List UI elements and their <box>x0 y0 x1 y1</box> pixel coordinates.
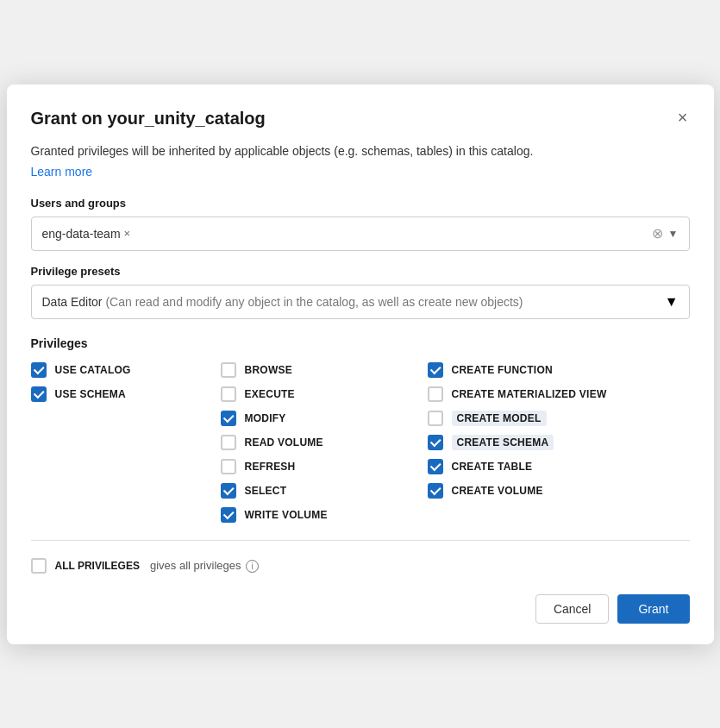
label-create-table: CREATE TABLE <box>452 461 533 473</box>
users-section: Users and groups eng-data-team × ⊗ ▼ <box>31 197 690 251</box>
users-dropdown-button[interactable]: ▼ <box>668 228 679 240</box>
privileges-col-3: CREATE FUNCTION CREATE MATERIALIZED VIEW… <box>428 362 690 523</box>
users-input-field[interactable]: eng-data-team × ⊗ ▼ <box>31 217 690 251</box>
label-refresh: REFRESH <box>245 461 296 473</box>
privileges-section: Privileges USE CATALOG USE SCHEMA BROWSE <box>31 336 690 523</box>
users-label: Users and groups <box>31 197 690 210</box>
checkbox-use-schema[interactable] <box>31 386 47 402</box>
label-modify: MODIFY <box>245 412 286 424</box>
privileges-col-2: BROWSE EXECUTE MODIFY READ VOLUME REFRES… <box>221 362 428 523</box>
label-create-model: CREATE MODEL <box>452 411 547 426</box>
preset-dropdown[interactable]: Data Editor (Can read and modify any obj… <box>31 285 690 319</box>
priv-browse: BROWSE <box>221 362 428 378</box>
checkbox-modify[interactable] <box>221 411 236 426</box>
label-execute: EXECUTE <box>245 388 295 400</box>
checkbox-create-model[interactable] <box>428 411 443 426</box>
dialog-header: Grant on your_unity_catalog × <box>31 109 690 129</box>
preset-value: Data Editor (Can read and modify any obj… <box>42 295 523 309</box>
label-create-function: CREATE FUNCTION <box>452 364 553 376</box>
close-button[interactable]: × <box>676 107 690 128</box>
user-tag: eng-data-team × <box>42 227 131 241</box>
priv-create-table: CREATE TABLE <box>428 459 690 474</box>
checkbox-create-table[interactable] <box>428 459 443 474</box>
priv-modify: MODIFY <box>221 411 428 426</box>
label-create-volume: CREATE VOLUME <box>452 485 543 497</box>
checkbox-create-schema[interactable] <box>428 435 443 450</box>
label-create-schema: CREATE SCHEMA <box>452 435 554 450</box>
label-create-materialized-view: CREATE MATERIALIZED VIEW <box>452 388 607 400</box>
priv-create-function: CREATE FUNCTION <box>428 362 690 378</box>
checkbox-read-volume[interactable] <box>221 435 236 450</box>
learn-more-link[interactable]: Learn more <box>31 165 93 179</box>
users-tags: eng-data-team × <box>42 227 652 241</box>
checkbox-create-volume[interactable] <box>428 483 443 499</box>
priv-execute: EXECUTE <box>221 386 428 402</box>
priv-create-materialized-view: CREATE MATERIALIZED VIEW <box>428 386 690 402</box>
priv-read-volume: READ VOLUME <box>221 435 428 450</box>
info-icon[interactable]: i <box>246 560 259 573</box>
dialog-description: Granted privileges will be inherited by … <box>31 142 690 160</box>
dialog-title: Grant on your_unity_catalog <box>31 109 266 129</box>
all-privileges-row: ALL PRIVILEGES gives all privileges i <box>31 558 690 574</box>
privileges-col-1: USE CATALOG USE SCHEMA <box>31 362 221 523</box>
label-use-schema: USE SCHEMA <box>55 388 126 400</box>
priv-write-volume: WRITE VOLUME <box>221 507 428 523</box>
priv-select: SELECT <box>221 483 428 499</box>
checkbox-create-function[interactable] <box>428 362 443 378</box>
all-privileges-label: ALL PRIVILEGES <box>55 560 140 572</box>
divider <box>31 540 690 541</box>
presets-section: Privilege presets Data Editor (Can read … <box>31 265 690 319</box>
checkbox-use-catalog[interactable] <box>31 362 47 378</box>
users-input-controls: ⊗ ▼ <box>652 225 679 242</box>
tag-remove-button[interactable]: × <box>124 227 131 240</box>
priv-refresh: REFRESH <box>221 459 428 474</box>
grant-dialog: Grant on your_unity_catalog × Granted pr… <box>7 85 714 644</box>
preset-desc: (Can read and modify any object in the c… <box>103 295 523 309</box>
label-read-volume: READ VOLUME <box>245 436 323 449</box>
checkbox-execute[interactable] <box>221 386 236 402</box>
preset-name: Data Editor <box>42 295 103 309</box>
priv-create-volume: CREATE VOLUME <box>428 483 690 499</box>
checkbox-write-volume[interactable] <box>221 507 236 523</box>
checkbox-select[interactable] <box>221 483 236 499</box>
tag-value: eng-data-team <box>42 227 121 241</box>
cancel-button[interactable]: Cancel <box>535 594 610 624</box>
priv-use-schema: USE SCHEMA <box>31 386 221 402</box>
checkbox-create-materialized-view[interactable] <box>428 386 443 402</box>
label-write-volume: WRITE VOLUME <box>245 509 328 521</box>
checkbox-all-privileges[interactable] <box>31 558 47 574</box>
label-browse: BROWSE <box>245 364 292 376</box>
label-select: SELECT <box>245 485 287 497</box>
privileges-grid: USE CATALOG USE SCHEMA BROWSE EXECUTE <box>31 362 690 523</box>
priv-use-catalog: USE CATALOG <box>31 362 221 378</box>
checkbox-refresh[interactable] <box>221 459 236 474</box>
preset-chevron-icon: ▼ <box>665 294 679 310</box>
label-use-catalog: USE CATALOG <box>55 364 131 376</box>
checkbox-browse[interactable] <box>221 362 236 378</box>
priv-create-model: CREATE MODEL <box>428 411 690 426</box>
presets-label: Privilege presets <box>31 265 690 278</box>
grant-button[interactable]: Grant <box>617 594 689 624</box>
gives-all-text: gives all privileges i <box>150 559 259 573</box>
privileges-title: Privileges <box>31 336 690 350</box>
dialog-footer: Cancel Grant <box>31 594 690 624</box>
priv-create-schema: CREATE SCHEMA <box>428 435 690 450</box>
clear-input-button[interactable]: ⊗ <box>652 225 663 242</box>
